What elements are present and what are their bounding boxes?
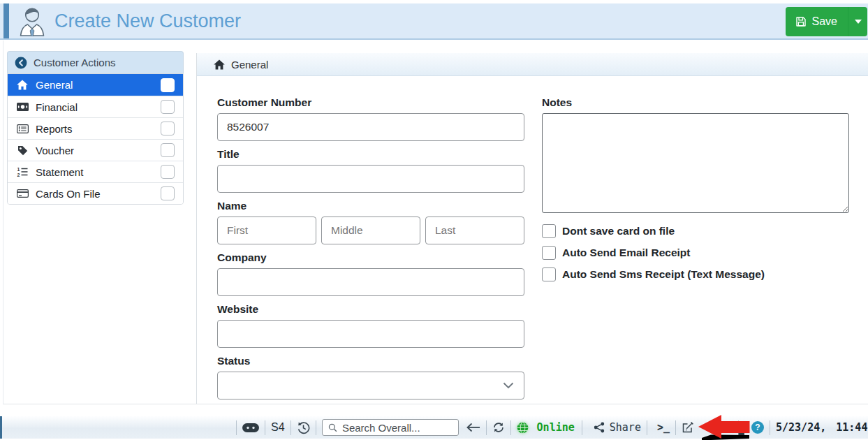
mask-toggle-icon[interactable] [242,423,259,432]
chevron-down-icon [503,382,514,389]
auto-send-email-row[interactable]: Auto Send Email Receipt [542,246,849,260]
sidebar-item-statement[interactable]: 12 Statement [8,161,183,182]
save-floppy-icon [795,16,807,27]
status-label: Status [217,355,524,367]
datetime-label: 5/23/24, 11:44 [776,421,867,434]
statusbar-accent [0,416,2,439]
auto-send-sms-row[interactable]: Auto Send Sms Receipt (Text Message) [542,267,849,281]
history-icon[interactable] [297,421,310,434]
middle-name-input[interactable] [321,217,420,244]
edit-compose-icon[interactable] [682,421,694,434]
name-label: Name [217,200,524,212]
panel-header-label: General [231,59,268,71]
company-input[interactable] [217,268,524,296]
auto-send-sms-checkbox[interactable] [542,267,556,281]
caret-down-icon [855,20,862,24]
share-icon[interactable] [594,422,605,433]
svg-text:1: 1 [17,167,20,172]
dont-save-card-checkbox[interactable] [542,224,556,238]
circle-arrow-left-icon [15,57,27,69]
sidebar-item-cards-on-file[interactable]: Cards On File [8,182,183,204]
status-select[interactable] [217,372,524,399]
sidebar-checkbox-statement[interactable] [161,165,175,179]
auto-send-email-checkbox[interactable] [542,246,556,260]
notes-label: Notes [542,96,849,109]
sidebar-checkbox-financial[interactable] [161,100,175,114]
first-name-input[interactable] [217,217,316,244]
search-box[interactable] [322,419,459,436]
report-list-icon [16,124,29,133]
search-icon [328,423,337,433]
sidebar-checkbox-cards-on-file[interactable] [161,186,175,200]
website-label: Website [217,303,524,316]
customer-actions-sidebar: Customer Actions General Financial Repor… [7,51,184,205]
sidebar-header-label: Customer Actions [34,57,116,68]
last-name-input[interactable] [425,217,524,244]
customer-number-label: Customer Number [217,96,524,109]
sidebar-item-voucher[interactable]: Voucher [8,139,183,161]
customer-person-icon [18,6,46,36]
title-label: Title [217,148,524,161]
money-icon [16,103,29,111]
sidebar-item-reports[interactable]: Reports [8,117,183,139]
save-button[interactable]: Save [786,7,848,36]
home-icon [214,59,225,70]
sidebar-checkbox-voucher[interactable] [161,143,175,157]
sidebar-checkbox-reports[interactable] [161,122,175,135]
globe-online-icon [517,422,529,434]
terminal-button[interactable]: >_ [657,421,670,434]
svg-text:2: 2 [17,173,20,177]
save-button-group[interactable]: Save [786,7,867,36]
home-icon [16,80,29,90]
sidebar-checkbox-general[interactable] [161,78,175,92]
page-title: Create New Customer [54,10,241,32]
back-arrow-icon[interactable] [466,423,480,432]
status-bar: S4 Online Share >_ ? 5/23/24, 11:44 [0,416,868,439]
sidebar-header[interactable]: Customer Actions [7,51,184,73]
refresh-icon[interactable] [492,422,505,433]
share-button[interactable]: Share [610,421,641,434]
search-input[interactable] [342,422,453,434]
notes-textarea[interactable] [542,113,849,213]
ordered-list-icon: 12 [16,167,29,177]
customer-number-input[interactable] [217,113,524,141]
general-panel: General Customer Number Title Name Compa… [196,53,868,404]
save-dropdown-button[interactable] [848,7,867,36]
website-input[interactable] [217,320,524,348]
s4-button[interactable]: S4 [271,421,285,434]
panel-header: General [197,53,868,76]
company-label: Company [217,251,524,264]
sidebar-item-financial[interactable]: Financial [8,96,183,117]
online-status: Online [537,421,575,434]
help-icon[interactable]: ? [751,421,764,434]
dont-save-card-row[interactable]: Dont save card on file [542,224,849,238]
title-input[interactable] [217,165,524,193]
page-header: Create New Customer Save [0,3,868,40]
tag-icon [16,145,29,156]
header-accent-bar [3,3,9,38]
credit-card-icon [16,189,29,198]
sidebar-item-general[interactable]: General [8,74,183,96]
